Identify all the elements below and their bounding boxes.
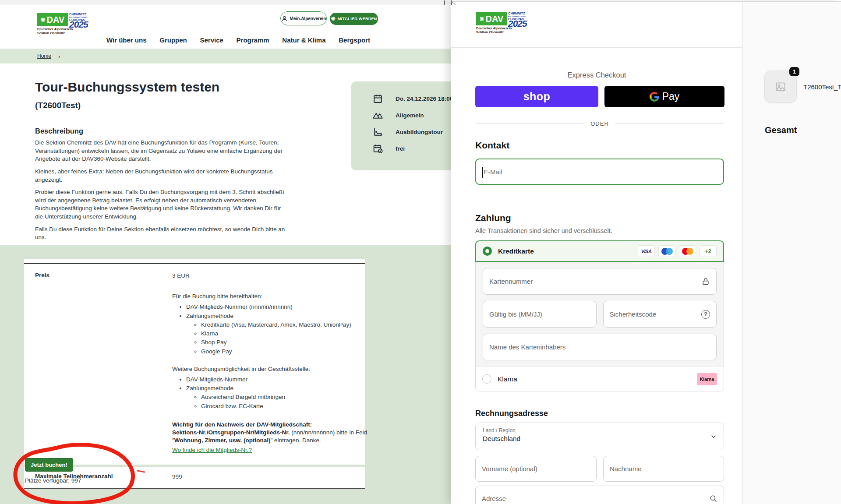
- window-glyph: [443, 0, 456, 6]
- checkout-window: ❋DAV CHEMNITZ KULTURHAUPTSTADT EUROPAS 2…: [451, 1, 841, 504]
- bring-sublist: Kreditkarte (Visa, Mastercard, Amex, Mae…: [186, 321, 367, 356]
- image-placeholder-icon: [775, 81, 786, 92]
- list-item: Ausreichend Bargeld mitbringen: [201, 393, 367, 401]
- oder-divider: ODER: [475, 120, 724, 127]
- breadcrumb: Home ›: [0, 49, 451, 63]
- dav-logo-subtext: Deutscher Alpenverein Sektion Chemnitz: [476, 26, 512, 35]
- line-item-title: T2600Test_Te: [803, 83, 841, 91]
- nav-item-service[interactable]: Service: [200, 36, 223, 44]
- office-list: DAV-Mitglieds-Nummer Zahlungsmethode Aus…: [172, 376, 367, 410]
- cvc-field: ?: [603, 301, 717, 328]
- screen: ❋DAV CHEMNITZ KULTURHAUPTSTADT EUROPAS 2…: [0, 0, 841, 504]
- calendar-icon: [372, 93, 383, 104]
- nav-item-bergsport[interactable]: Bergsport: [339, 36, 370, 44]
- shop-pay-button[interactable]: shop: [475, 86, 598, 107]
- breadcrumb-home-link[interactable]: Home: [37, 53, 51, 59]
- payment-methods-box: Kreditkarte VISA +2: [475, 240, 724, 391]
- list-item: DAV-Mitglieds-Nummer (nnn/nn/nnnnnn): [186, 303, 367, 311]
- list-item: Zahlungsmethode: [186, 312, 367, 320]
- expiry-input[interactable]: [489, 310, 590, 318]
- tour-details-table: Preis 3 EUR Für die Buchung bitte bereit…: [24, 259, 365, 489]
- dav-logo-text: DAV: [47, 15, 65, 25]
- help-icon[interactable]: ?: [701, 310, 710, 319]
- email-input[interactable]: [476, 159, 723, 184]
- address-field: [475, 486, 724, 504]
- jetzt-buchen-button[interactable]: Jetzt buchen!: [25, 458, 73, 472]
- zahlung-heading: Zahlung: [475, 213, 511, 223]
- klarna-option[interactable]: Klarna Klarna: [475, 367, 724, 391]
- page-title: Tour-Buchungssystem testen: [35, 80, 219, 95]
- visa-icon: VISA: [638, 245, 655, 257]
- event-info-box: Do. 24.12.2026 18:00 U Allgemein Ausbild…: [351, 81, 451, 170]
- edelweiss-icon: ❋: [41, 17, 46, 23]
- cvc-input[interactable]: [610, 310, 702, 318]
- membership-notice: Wichtig für den Nachweis der DAV-Mitglie…: [172, 421, 367, 454]
- country-label: Land / Region: [483, 427, 717, 434]
- list-item: Klarna: [201, 330, 367, 338]
- description-paragraph: Probier diese Funktion gerne aus. Falls …: [35, 188, 289, 221]
- first-name-field: [475, 456, 597, 482]
- address-input[interactable]: [482, 495, 709, 502]
- dav-logo-mark: ❋DAV: [476, 12, 507, 25]
- office-heading: Weitere Buchungsmöglichkeit in der Gesch…: [172, 365, 367, 373]
- person-icon: [281, 15, 288, 22]
- country-select[interactable]: Land / Region Deutschland: [475, 423, 724, 450]
- dav-logo-mark: ❋DAV: [37, 13, 68, 26]
- card-number-input[interactable]: [489, 278, 701, 285]
- nav-item-gruppen[interactable]: Gruppen: [159, 36, 187, 44]
- google-pay-button[interactable]: Pay: [604, 86, 724, 107]
- total-label: Gesamt: [765, 125, 797, 135]
- edelweiss-icon: ❋: [331, 16, 335, 22]
- card-brand-icons: VISA +2: [638, 245, 717, 257]
- mitglied-werden-button[interactable]: ❋ MITGLIED WERDEN: [330, 13, 378, 25]
- radio-unselected-icon[interactable]: [482, 374, 491, 384]
- boot-icon: [372, 127, 383, 137]
- description-heading: Beschreibung: [35, 127, 83, 135]
- cardholder-name-input[interactable]: [489, 343, 710, 351]
- first-name-input[interactable]: [482, 465, 590, 472]
- office-sublist: Ausreichend Bargeld mitbringen Girocard …: [186, 393, 367, 410]
- bring-heading: Für die Buchung bitte bereithalten:: [172, 293, 367, 300]
- radio-selected-icon[interactable]: [483, 247, 492, 256]
- chevron-right-icon: ›: [58, 53, 60, 60]
- search-icon: [709, 494, 717, 503]
- card-number-field: [483, 268, 717, 295]
- description-paragraph: Die Sektion Chemnitz des DAV hat eine Bu…: [35, 139, 289, 163]
- dav-site-window: ❋DAV CHEMNITZ KULTURHAUPTSTADT EUROPAS 2…: [0, 0, 451, 504]
- lock-icon: [701, 277, 710, 286]
- rechnungsadresse-heading: Rechnungsadresse: [475, 409, 548, 418]
- member-number-help-link[interactable]: Wo finde ich die Mitglieds-Nr.?: [172, 446, 252, 454]
- dav-logo[interactable]: ❋DAV CHEMNITZ KULTURHAUPTSTADT EUROPAS 2…: [37, 12, 92, 36]
- list-item: Shop Pay: [201, 338, 367, 346]
- chevron-down-icon: [710, 433, 717, 441]
- edelweiss-icon: ❋: [480, 16, 484, 22]
- last-name-input[interactable]: [610, 465, 717, 472]
- list-item: Zahlungsmethode: [186, 384, 367, 392]
- mein-alpenverein-button[interactable]: Mein.Alpenverein: [280, 11, 327, 25]
- event-status-row: frei: [372, 143, 383, 154]
- price-label: Preis: [35, 272, 172, 454]
- site-header: ❋DAV CHEMNITZ KULTURHAUPTSTADT EUROPAS 2…: [0, 5, 451, 49]
- nav-item-wir-ueber-uns[interactable]: Wir über uns: [106, 36, 147, 44]
- event-type-row: Ausbildungstour: [372, 126, 383, 137]
- availability-text: Plätze verfügbar: 997: [25, 477, 81, 484]
- list-item: Google Pay: [201, 348, 367, 356]
- browser-chrome-strip: [0, 0, 451, 4]
- calendar-check-icon: [372, 143, 383, 154]
- credit-card-option[interactable]: Kreditkarte VISA +2: [475, 240, 724, 262]
- kontakt-heading: Kontakt: [475, 140, 509, 151]
- price-value: 3 EUR: [172, 272, 367, 280]
- dav-logo[interactable]: ❋DAV CHEMNITZ KULTURHAUPTSTADT EUROPAS 2…: [476, 11, 531, 35]
- text-caret: [482, 167, 483, 178]
- cardholder-name-field: [483, 334, 717, 360]
- nav-item-natur-klima[interactable]: Natur & Klima: [282, 36, 325, 44]
- mastercard-icon: [679, 245, 696, 257]
- list-item: Girocard bzw. EC-Karte: [201, 402, 367, 410]
- mountains-icon: [372, 110, 383, 121]
- list-item: DAV-Mitglieds-Nummer: [186, 376, 367, 384]
- header-divider: [451, 47, 742, 48]
- quantity-badge: 1: [789, 67, 799, 76]
- main-nav: Wir über uns Gruppen Service Programm Na…: [106, 36, 370, 44]
- nav-item-programm[interactable]: Programm: [237, 36, 269, 44]
- google-g-icon: [650, 92, 659, 102]
